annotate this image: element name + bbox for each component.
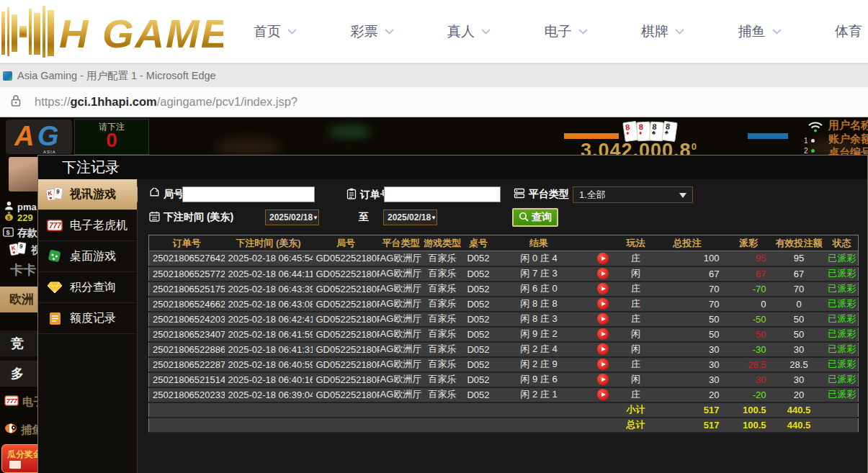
valid-bet-cell: 95 xyxy=(772,251,826,266)
nav-item-live[interactable]: 真人 xyxy=(447,22,491,41)
nav-item-slots[interactable]: 电子 xyxy=(545,22,588,41)
status-cell: 已派彩 xyxy=(826,357,859,372)
nav-item-home[interactable]: 首页 xyxy=(254,22,297,41)
round-input[interactable] xyxy=(182,186,315,202)
replay-button[interactable] xyxy=(597,389,609,400)
platform-cell: AG欧洲厅 xyxy=(380,372,423,387)
address-bar[interactable]: https://gci.1hhapi.com/agingame/pcv1/ind… xyxy=(0,87,868,117)
balance-label: 账户余额 xyxy=(828,132,868,145)
status-cell: 已派彩 xyxy=(826,281,859,297)
sidebar-item-slots[interactable]: 777 电子老虎机 xyxy=(38,210,137,241)
nav-item-sports[interactable]: 体育 xyxy=(835,22,868,41)
search-button[interactable]: 查询 xyxy=(512,208,558,227)
order-input[interactable] xyxy=(384,186,501,202)
platform-cell: AG欧洲厅 xyxy=(380,342,423,357)
room-card-label[interactable]: 卡卡 xyxy=(10,261,36,279)
video-games-button[interactable]: K♥9 视 xyxy=(9,241,41,260)
table-info-labels: 用户名称 账户余额 桌台编号 xyxy=(828,118,868,159)
order-id-cell: 250218065257729 xyxy=(149,266,225,281)
date-from-select[interactable]: 2025/02/18▼ xyxy=(265,210,319,225)
table-header-row: 订单号下注时间 (美东)局号平台类型游戏类型桌号结果玩法总投注派彩有效投注额状态 xyxy=(149,235,859,251)
replay-button[interactable] xyxy=(597,343,609,355)
payout-cell: 50 xyxy=(725,327,772,342)
seat-marker-1: 1 xyxy=(804,137,815,145)
round-id-cell: GD052252180PZ xyxy=(313,251,380,266)
status-cell: 已派彩 xyxy=(826,327,859,342)
gem-icon xyxy=(45,281,64,294)
replay-button[interactable] xyxy=(597,298,609,310)
modal-title: 下注记录 xyxy=(38,156,867,179)
cards-icon: K♥9 xyxy=(45,186,64,202)
order-id-cell: 250218065276428 xyxy=(149,251,225,266)
valid-bet-cell: 28.5 xyxy=(772,357,826,372)
nav-item-lottery[interactable]: 彩票 xyxy=(351,22,394,41)
table-no-cell: D052 xyxy=(462,297,495,312)
play-type-cell: 庄 xyxy=(622,357,650,372)
table-no-cell: D052 xyxy=(462,357,495,372)
logo-text: H GAME xyxy=(59,11,223,56)
result-cell: 闲 2 庄 9 xyxy=(495,357,583,372)
result-cell: 闲 6 庄 0 xyxy=(495,281,583,297)
replay-button[interactable] xyxy=(597,359,609,370)
site-header: H GAME 首页 彩票 真人 电子 棋牌 捕鱼 体育 xyxy=(0,0,868,63)
table-no-cell: D052 xyxy=(462,281,495,297)
total-bet-cell: 67 xyxy=(650,266,725,281)
order-id-cell: 250218065222870 xyxy=(149,357,225,372)
bet-time-cell: 2025-02-18 06:41:59 xyxy=(225,327,313,342)
room-compete-button[interactable]: 竞 xyxy=(0,330,43,356)
room-europe-button[interactable]: 欧洲 xyxy=(0,287,43,312)
play-type-cell: 闲 xyxy=(622,266,650,281)
status-cell: 已派彩 xyxy=(826,387,859,402)
play-type-cell: 庄 xyxy=(622,312,650,327)
game-type-cell: 百家乐 xyxy=(423,312,462,327)
game-type-cell: 百家乐 xyxy=(423,266,462,281)
column-header: 玩法 xyxy=(622,235,650,251)
bet-records-table: 订单号下注时间 (美东)局号平台类型游戏类型桌号结果玩法总投注派彩有效投注额状态… xyxy=(148,235,859,433)
date-to-select[interactable]: 2025/02/18▼ xyxy=(383,210,437,225)
round-id-cell: GD052252180PV xyxy=(313,281,380,297)
summary-total-bet: 517 xyxy=(650,418,725,433)
table-row: 2502180652228702025-02-18 06:40:59GD0522… xyxy=(149,357,859,372)
replay-button[interactable] xyxy=(597,374,609,385)
total-bet-cell: 30 xyxy=(650,357,725,372)
modal-sidebar: K♥9 视讯游戏 777 电子老虎机 桌面游戏 积分查询 xyxy=(38,179,138,473)
username-label: 用户名称 xyxy=(828,118,868,132)
order-id-cell: 250218065251758 xyxy=(149,281,225,297)
nav-item-chess[interactable]: 棋牌 xyxy=(641,22,684,41)
replay-button[interactable] xyxy=(597,328,609,340)
ag-logo: A G ASIA GAMING xyxy=(6,120,72,154)
table-row: 2502180652517582025-02-18 06:43:39GD0522… xyxy=(149,281,859,297)
dealt-cards: 8♦ 8♦ 8♣ 8♣ xyxy=(624,122,676,141)
clownfish-icon xyxy=(4,423,17,437)
dropdown-arrow-icon: ▼ xyxy=(313,215,318,221)
replay-button[interactable] xyxy=(597,268,609,279)
sidebar-item-credit-log[interactable]: 额度记录 xyxy=(38,303,137,334)
platform-select[interactable]: 1.全部 xyxy=(573,186,693,203)
replay-cell xyxy=(583,387,622,402)
sidebar-item-video-games[interactable]: K♥9 视讯游戏 xyxy=(38,179,137,210)
game-type-cell: 百家乐 xyxy=(423,251,462,266)
game-page: A G ASIA GAMING 请下注 0 8♦ 8♦ 8♣ 8♣ 3,042,… xyxy=(0,117,868,473)
site-logo[interactable]: H GAME xyxy=(0,4,223,62)
bet-time-cell: 2025-02-18 06:40:16 xyxy=(225,372,313,387)
chevron-down-icon xyxy=(385,29,394,35)
room-multi-button[interactable]: 多 xyxy=(0,361,43,387)
summary-label: 总计 xyxy=(622,418,650,433)
summary-payout: 100.5 xyxy=(725,418,772,433)
play-type-cell: 庄 xyxy=(622,251,650,266)
sidebar-item-table-games[interactable]: 桌面游戏 xyxy=(38,241,137,272)
nav-item-fishing[interactable]: 捕鱼 xyxy=(738,22,782,41)
summary-valid-bet: 440.5 xyxy=(772,418,826,433)
column-header: 桌号 xyxy=(462,235,495,251)
clipboard-icon xyxy=(346,188,357,202)
deposit-button[interactable]: $ 存款 xyxy=(3,227,37,240)
replay-button[interactable] xyxy=(597,313,609,325)
replay-button[interactable] xyxy=(597,283,609,294)
total-bet-cell: 70 xyxy=(650,297,725,312)
game-type-cell: 百家乐 xyxy=(423,297,462,312)
replay-button[interactable] xyxy=(597,253,609,264)
url-text: https://gci.1hhapi.com/agingame/pcv1/ind… xyxy=(35,95,297,109)
round-id-cell: GD052252180PT xyxy=(313,312,380,327)
window-title: Asia Gaming - 用户配置 1 - Microsoft Edge xyxy=(17,69,216,83)
sidebar-item-points[interactable]: 积分查询 xyxy=(38,272,137,303)
